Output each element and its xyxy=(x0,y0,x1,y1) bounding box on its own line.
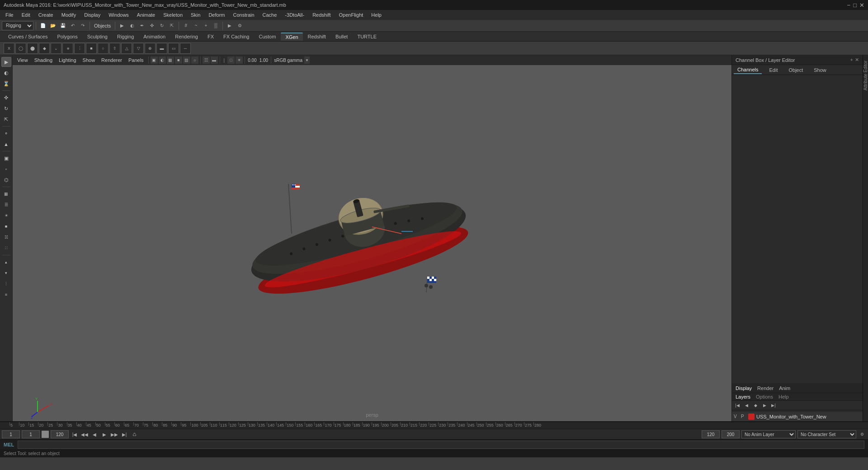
shelf-icon-11[interactable]: △ xyxy=(121,43,132,54)
extra-tool-2[interactable]: ▾ xyxy=(1,268,11,278)
vp-menu-panels[interactable]: Panels xyxy=(126,56,146,64)
vp-cam-btn[interactable]: ☀ xyxy=(236,56,243,64)
viewport-canvas[interactable]: X Y Z persp xyxy=(13,65,731,421)
pb-loop-btn[interactable]: ♺ xyxy=(130,430,138,438)
menu-openflight[interactable]: OpenFlight xyxy=(335,11,367,19)
cb-tab-anim[interactable]: Anim xyxy=(779,385,790,391)
vp-select-camera-btn[interactable]: ▣ xyxy=(151,56,158,64)
param-view-btn[interactable]: ☰ xyxy=(1,200,11,210)
menu-3dtoall[interactable]: -3DtoAll- xyxy=(281,11,308,19)
quick-sel-btn[interactable]: ☀ xyxy=(1,211,11,221)
shelf-tab-redshift[interactable]: Redshift xyxy=(303,33,330,40)
snap-grid-button[interactable]: # xyxy=(181,21,190,30)
select-tool[interactable]: ▶ xyxy=(1,57,11,67)
menu-edit[interactable]: Edit xyxy=(18,11,34,19)
shelf-tab-fx[interactable]: FX xyxy=(203,33,218,40)
layer-playback-check[interactable]: P xyxy=(741,414,746,419)
shelf-icon-7[interactable]: ⋮ xyxy=(74,43,85,54)
menu-create[interactable]: Create xyxy=(35,11,57,19)
shelf-tab-rendering[interactable]: Rendering xyxy=(170,33,203,40)
rotate-tool[interactable]: ↻ xyxy=(1,103,11,113)
menu-animate[interactable]: Animate xyxy=(133,11,159,19)
vp-solid-btn[interactable]: ■ xyxy=(175,56,182,64)
snap-point-button[interactable]: + xyxy=(201,21,210,30)
move-tool[interactable]: ✜ xyxy=(1,93,11,103)
menu-windows[interactable]: Windows xyxy=(105,11,132,19)
paint-select-button[interactable]: ✒ xyxy=(137,21,146,30)
range-start-input[interactable] xyxy=(22,430,40,438)
soft-mod-tool[interactable]: ⚬ xyxy=(1,128,11,138)
pb-step-fwd-frame[interactable]: ▶▶ xyxy=(110,430,118,438)
rotate-tool-button[interactable]: ↻ xyxy=(157,21,166,30)
menu-skin[interactable]: Skin xyxy=(187,11,204,19)
shelf-icon-6[interactable]: ⎈ xyxy=(62,43,73,54)
header-add-btn[interactable]: + xyxy=(850,57,853,63)
timeline-end-input[interactable] xyxy=(702,430,720,438)
redo-button[interactable]: ↷ xyxy=(78,21,87,30)
vp-menu-lighting[interactable]: Lighting xyxy=(56,56,79,64)
extra-tool-4[interactable]: ≡ xyxy=(1,290,11,300)
pb-go-start[interactable]: |◀ xyxy=(71,430,79,438)
attribute-editor-label[interactable]: Attribute Editor xyxy=(863,61,868,90)
shelf-icon-8[interactable]: ■ xyxy=(86,43,97,54)
paint-tool[interactable]: ⌛ xyxy=(1,79,11,89)
shelf-tab-custom[interactable]: Custom xyxy=(255,33,281,40)
character-set-dropdown[interactable]: No Character Set xyxy=(797,430,856,438)
shelf-icon-9[interactable]: ○ xyxy=(98,43,108,54)
render-settings-button[interactable]: ⚙ xyxy=(235,21,244,30)
curve-btn[interactable]: ☵ xyxy=(1,232,11,242)
move-tool-button[interactable]: ✜ xyxy=(147,21,156,30)
layer-keyframe-btn[interactable]: ◆ xyxy=(752,402,759,409)
anim-layer-dropdown[interactable]: No Anim Layer xyxy=(741,430,796,438)
vp-color-profile-dropdown[interactable]: ▼ xyxy=(304,56,310,64)
shelf-tab-rigging[interactable]: Rigging xyxy=(113,33,138,40)
shelf-icon-12[interactable]: ▽ xyxy=(133,43,144,54)
extra-tool-1[interactable]: ▴ xyxy=(1,257,11,267)
vp-menu-shading[interactable]: Shading xyxy=(32,56,55,64)
range-btn[interactable]: ■ xyxy=(1,221,11,231)
vp-snap-btn[interactable]: □ xyxy=(227,56,235,64)
sculpt-tool[interactable]: ⌬ xyxy=(1,175,11,185)
tab-edit[interactable]: Edit xyxy=(765,66,781,74)
shelf-tab-fxcaching[interactable]: FX Caching xyxy=(219,33,254,40)
menu-modify[interactable]: Modify xyxy=(58,11,80,19)
new-file-button[interactable]: 📄 xyxy=(38,21,47,30)
pb-go-end[interactable]: ▶| xyxy=(120,430,128,438)
shelf-icon-4[interactable]: ◆ xyxy=(39,43,50,54)
shelf-icon-5[interactable]: ⌄ xyxy=(51,43,61,54)
shelf-icon-1[interactable]: X xyxy=(4,43,14,54)
vp-hudbar-btn[interactable]: ▬ xyxy=(211,56,218,64)
menu-cache[interactable]: Cache xyxy=(259,11,281,19)
layer-pb-prev[interactable]: ◀ xyxy=(743,402,750,409)
shelf-tab-sculpting[interactable]: Sculpting xyxy=(83,33,112,40)
scale-tool[interactable]: ⇱ xyxy=(1,114,11,124)
menu-skeleton[interactable]: Skeleton xyxy=(160,11,186,19)
layer-tab-layers[interactable]: Layers xyxy=(736,394,750,400)
tab-channels[interactable]: Channels xyxy=(734,66,762,74)
blend-btn[interactable]: ∷ xyxy=(1,243,11,253)
command-input[interactable] xyxy=(18,441,864,449)
lasso-select-button[interactable]: ◐ xyxy=(127,21,137,30)
shelf-tab-animation[interactable]: Animation xyxy=(139,33,170,40)
vp-light-btn[interactable]: ☼ xyxy=(191,56,198,64)
pb-step-back[interactable]: ◀◀ xyxy=(80,430,89,438)
shelf-icon-14[interactable]: ▬ xyxy=(156,43,167,54)
menu-file[interactable]: File xyxy=(2,11,17,19)
vp-wire-btn[interactable]: ▦ xyxy=(167,56,174,64)
shelf-tab-xgen[interactable]: XGen xyxy=(281,33,302,41)
menu-deform[interactable]: Deform xyxy=(205,11,228,19)
menu-display[interactable]: Display xyxy=(80,11,104,19)
undo-button[interactable]: ↶ xyxy=(68,21,77,30)
vp-tex-btn[interactable]: ▨ xyxy=(183,56,190,64)
shelf-icon-10[interactable]: ⇧ xyxy=(109,43,120,54)
header-close-btn[interactable]: ✕ xyxy=(855,57,859,63)
lasso-tool[interactable]: ◐ xyxy=(1,68,11,78)
paint-effects-tool[interactable]: ▫ xyxy=(1,164,11,174)
current-frame-input[interactable] xyxy=(2,430,20,438)
render-button[interactable]: ▶ xyxy=(225,21,234,30)
snap-view-button[interactable]: ▒ xyxy=(211,21,220,30)
shelf-icon-16[interactable]: ─ xyxy=(180,43,191,54)
shelf-tab-polygons[interactable]: Polygons xyxy=(52,33,82,40)
minimize-button[interactable]: − xyxy=(847,2,851,9)
shelf-icon-2[interactable]: ◯ xyxy=(15,43,26,54)
